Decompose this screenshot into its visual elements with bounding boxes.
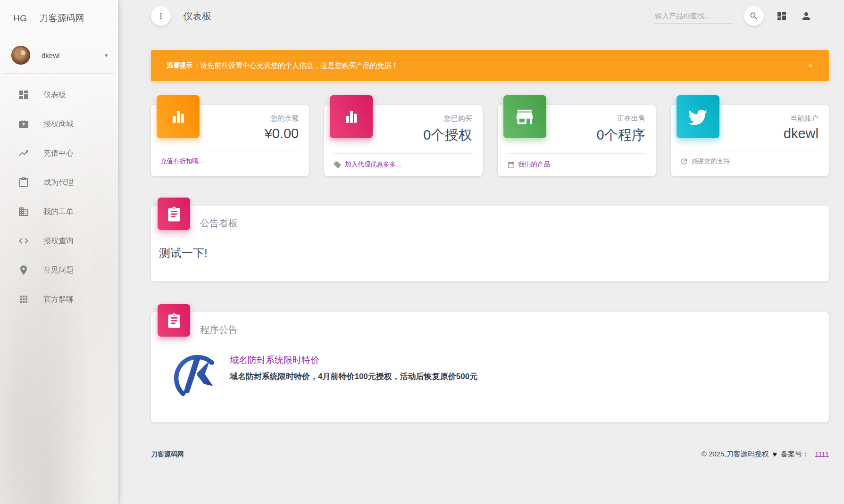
board-icon-box bbox=[158, 304, 190, 337]
sidebar-item-label: 我的工单 bbox=[43, 207, 74, 217]
update-icon bbox=[680, 157, 688, 165]
stat-icon-box bbox=[677, 95, 719, 138]
sidebar-item-shop[interactable]: 授权商城 bbox=[0, 109, 118, 139]
notice-board-card: 公告看板 测试一下! bbox=[151, 206, 829, 281]
sidebar-item-group-chat[interactable]: 官方群聊 bbox=[0, 285, 118, 314]
chevron-down-icon: ▾ bbox=[105, 52, 108, 58]
shop-icon bbox=[18, 118, 29, 130]
sidebar-item-label: 仪表板 bbox=[43, 90, 66, 100]
search-input[interactable] bbox=[654, 8, 733, 24]
stat-card-balance: 您的余额 ¥0.00 充值有折扣哦... bbox=[151, 105, 309, 176]
program-notice-card: 程序公告 域名防封系统限时特价 域名防封系统限时特价，4月前特价100元授权，活… bbox=[151, 312, 829, 422]
sidebar: HG 刀客源码网 dkewl ▾ 仪表板 授权商城 充值中心 成为代理 我的工单 bbox=[0, 0, 118, 504]
sidebar-item-dashboard[interactable]: 仪表板 bbox=[0, 80, 118, 109]
notice-alert: 温馨提示 - 请先前往设置中心完善您的个人信息，这是您购买产品的凭据！ × bbox=[151, 50, 829, 81]
trending-up-icon bbox=[18, 148, 29, 159]
board-header: 公告看板 bbox=[151, 206, 829, 230]
heart-icon: ♥ bbox=[772, 450, 777, 459]
avatar bbox=[11, 46, 30, 65]
stat-card-purchased: 您已购买 0个授权 加入代理优惠多多... bbox=[324, 105, 482, 176]
board-header: 程序公告 bbox=[151, 312, 829, 336]
stat-icon-box bbox=[503, 95, 546, 138]
footer-right: © 2025,刀客源码授权 ♥ 备案号： 1111 bbox=[702, 450, 829, 459]
page-footer: 刀客源码网 © 2025,刀客源码授权 ♥ 备案号： 1111 bbox=[151, 450, 829, 483]
sidebar-item-tickets[interactable]: 我的工单 bbox=[0, 197, 118, 226]
footer-icp-label: 备案号： bbox=[781, 450, 809, 459]
footer-icp-number[interactable]: 1111 bbox=[815, 450, 829, 458]
sidebar-item-label: 充值中心 bbox=[43, 149, 74, 158]
search-button[interactable] bbox=[744, 6, 764, 26]
search-icon bbox=[749, 11, 759, 21]
stat-icon-box bbox=[157, 95, 200, 138]
twitter-icon bbox=[687, 106, 709, 128]
pin-icon bbox=[18, 264, 29, 276]
stat-cards-row: 您的余额 ¥0.00 充值有折扣哦... 您已购买 0个授权 加入代理优惠多多.… bbox=[151, 105, 829, 176]
clipboard-icon bbox=[18, 177, 29, 188]
sidebar-item-license-query[interactable]: 授权查询 bbox=[0, 226, 118, 256]
sidebar-item-faq[interactable]: 常见问题 bbox=[0, 256, 118, 285]
stat-footer-link[interactable]: 充值有折扣哦... bbox=[151, 150, 309, 173]
stat-icon-box bbox=[330, 95, 373, 138]
stat-footer-link[interactable]: 我们的产品 bbox=[498, 154, 656, 176]
dashboard-icon bbox=[776, 10, 787, 22]
sidebar-item-agent[interactable]: 成为代理 bbox=[0, 168, 118, 197]
sidebar-item-label: 授权查询 bbox=[43, 236, 74, 246]
alert-close-button[interactable]: × bbox=[808, 62, 813, 70]
alert-title: 温馨提示 bbox=[167, 61, 192, 70]
stat-footer-note: 感谢您的支持 bbox=[671, 150, 829, 173]
sidebar-nav: 仪表板 授权商城 充值中心 成为代理 我的工单 授权查询 常见问题 官方群聊 bbox=[0, 74, 118, 314]
user-name: dkewl bbox=[42, 51, 59, 59]
tag-icon bbox=[334, 161, 342, 169]
brand-logo-mini: HG bbox=[13, 13, 27, 24]
more-vert-icon bbox=[156, 11, 166, 21]
notice-board-body: 测试一下! bbox=[151, 230, 829, 281]
person-icon bbox=[801, 10, 812, 22]
bar-chart-icon bbox=[341, 106, 362, 128]
board-title: 程序公告 bbox=[200, 323, 238, 336]
apps-icon bbox=[18, 294, 29, 305]
store-icon bbox=[514, 106, 535, 128]
sidebar-item-label: 授权商城 bbox=[43, 119, 74, 129]
program-text: 域名防封系统限时特价 域名防封系统限时特价，4月前特价100元授权，活动后恢复原… bbox=[230, 350, 477, 382]
alert-message: - 请先前往设置中心完善您的个人信息，这是您购买产品的凭据！ bbox=[196, 61, 398, 70]
bar-chart-icon bbox=[167, 106, 189, 128]
stat-card-account: 当前账户 dkewl 感谢您的支持 bbox=[671, 105, 829, 176]
footer-brand: 刀客源码网 bbox=[151, 450, 184, 459]
calendar-icon bbox=[507, 161, 515, 169]
clipboard-icon bbox=[166, 206, 182, 222]
topbar: 仪表板 bbox=[151, 0, 829, 32]
profile-button[interactable] bbox=[800, 9, 813, 23]
sidebar-item-label: 官方群聊 bbox=[43, 295, 74, 305]
building-icon bbox=[18, 206, 29, 217]
user-menu[interactable]: dkewl ▾ bbox=[0, 37, 118, 73]
stat-footer-text: 充值有折扣哦... bbox=[160, 157, 204, 165]
sidebar-item-label: 成为代理 bbox=[43, 178, 74, 188]
k-logo bbox=[172, 350, 222, 400]
stat-footer-text: 我们的产品 bbox=[518, 160, 551, 169]
more-button[interactable] bbox=[151, 6, 171, 26]
stat-footer-text: 感谢您的支持 bbox=[692, 157, 730, 165]
footer-copyright: © 2025,刀客源码授权 bbox=[702, 450, 769, 459]
board-icon-box bbox=[158, 198, 190, 230]
stat-card-selling: 正在出售 0个程序 我们的产品 bbox=[498, 105, 656, 176]
program-item-desc: 域名防封系统限时特价，4月前特价100元授权，活动后恢复原价500元 bbox=[230, 371, 477, 382]
page-title: 仪表板 bbox=[183, 10, 211, 23]
code-icon bbox=[18, 235, 29, 247]
program-notice-item: 域名防封系统限时特价 域名防封系统限时特价，4月前特价100元授权，活动后恢复原… bbox=[151, 336, 829, 422]
program-item-title[interactable]: 域名防封系统限时特价 bbox=[230, 354, 477, 366]
sidebar-item-label: 常见问题 bbox=[43, 265, 74, 275]
clipboard-icon bbox=[166, 313, 182, 329]
dashboard-shortcut-button[interactable] bbox=[775, 9, 788, 23]
stat-footer-link[interactable]: 加入代理优惠多多... bbox=[324, 154, 482, 176]
board-title: 公告看板 bbox=[200, 217, 238, 230]
sidebar-item-recharge[interactable]: 充值中心 bbox=[0, 139, 118, 168]
brand-logo-text: 刀客源码网 bbox=[40, 12, 84, 25]
brand-logo[interactable]: HG 刀客源码网 bbox=[0, 0, 118, 37]
close-icon: × bbox=[808, 61, 813, 70]
stat-footer-text: 加入代理优惠多多... bbox=[345, 160, 401, 169]
main-content: 仪表板 温馨提示 - 请先前往设置中心完善您的个人信息，这是您购买产品的凭据！ … bbox=[118, 0, 844, 483]
dashboard-icon bbox=[18, 89, 29, 100]
